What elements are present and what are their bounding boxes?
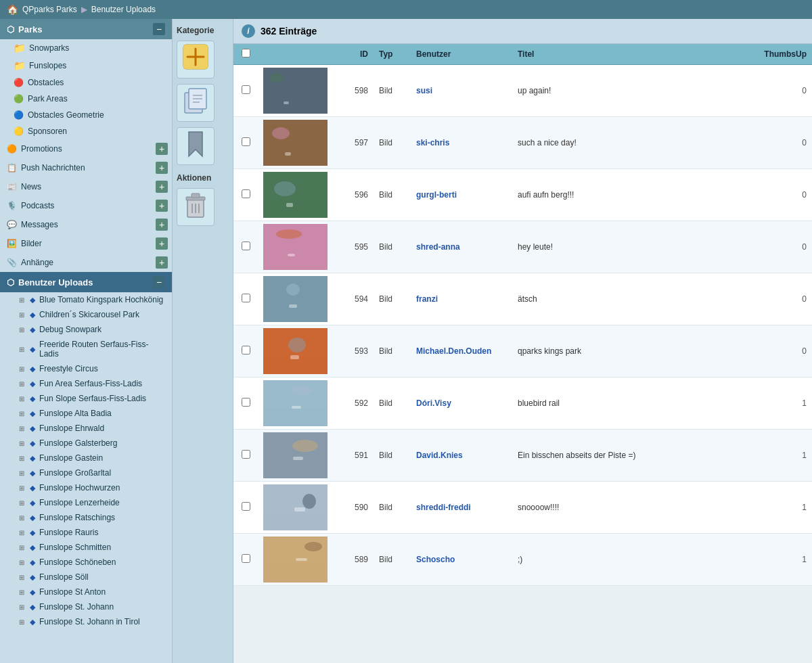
sidebar-sub-item[interactable]: ⊞ ◆ Funslope Söll [0, 570, 172, 585]
breadcrumb: Benutzer Uploads [91, 5, 156, 14]
sidebar-sub-item[interactable]: ⊞ ◆ Funslope Alta Badia [0, 406, 172, 421]
row-titel: ;) [512, 534, 758, 586]
copy-button[interactable] [177, 84, 215, 122]
row-checkbox[interactable] [242, 450, 250, 459]
add-icon [181, 42, 210, 77]
sidebar-sub-item[interactable]: ⊞ ◆ Funslope Hochwurzen [0, 480, 172, 495]
diamond-icon: ◆ [30, 618, 35, 626]
row-benutzer[interactable]: David.Knies [411, 430, 512, 482]
row-typ: Bild [374, 378, 411, 430]
expand-push-button[interactable]: + [156, 162, 168, 174]
diamond-icon: ◆ [30, 528, 35, 537]
sidebar-sub-item[interactable]: ⊞ ◆ Blue Tomato Kingspark Hochkönig [0, 292, 172, 307]
row-checkbox[interactable] [242, 398, 250, 407]
row-checkbox[interactable] [242, 346, 250, 355]
row-thumbsup: 0 [758, 65, 812, 117]
svg-point-46 [292, 440, 318, 452]
row-titel: ätsch [512, 273, 758, 325]
row-benutzer[interactable]: franzi [411, 273, 512, 325]
expand-podcasts-button[interactable]: + [156, 200, 168, 212]
row-checkbox[interactable] [242, 554, 250, 563]
row-titel: up again! [512, 65, 758, 117]
sidebar-item-anhaenge[interactable]: 📎 Anhänge + [0, 253, 172, 272]
delete-button[interactable] [177, 188, 215, 226]
sidebar-item-promotions[interactable]: 🟠 Promotions + [0, 139, 172, 158]
row-checkbox[interactable] [242, 242, 250, 250]
sidebar-item-bilder[interactable]: 🖼️ Bilder + [0, 234, 172, 253]
sidebar-sub-item[interactable]: ⊞ ◆ Freeride Routen Serfaus-Fiss-Ladis [0, 337, 172, 361]
sidebar-item-obstacles-geometrie[interactable]: 🔵 Obstacles Geometrie [0, 107, 172, 123]
thumbnail [263, 380, 328, 426]
row-checkbox[interactable] [242, 189, 250, 198]
bookmark-button[interactable] [177, 127, 215, 165]
row-benutzer[interactable]: shreddi-freddi [411, 482, 512, 534]
row-benutzer[interactable]: susi [411, 65, 512, 117]
sidebar-sub-item[interactable]: ⊞ ◆ Funslope Rauris [0, 525, 172, 540]
sidebar-sub-item[interactable]: ⊞ ◆ Fun Area Serfaus-Fiss-Ladis [0, 376, 172, 391]
sidebar-sub-item[interactable]: ⊞ ◆ Funslope Schmitten [0, 540, 172, 555]
sidebar-sub-item[interactable]: ⊞ ◆ Debug Snowpark [0, 322, 172, 337]
add-button[interactable] [177, 41, 215, 78]
col-header-benutzer: Benutzer [411, 44, 512, 65]
sidebar-sub-item[interactable]: ⊞ ◆ Funslope Schöneben [0, 555, 172, 570]
svg-rect-23 [285, 152, 291, 156]
sidebar-parks-label: Parks [18, 24, 42, 35]
expand-anhaenge-button[interactable]: + [156, 256, 168, 269]
svg-rect-27 [286, 203, 293, 207]
row-checkbox[interactable] [242, 137, 250, 146]
sidebar-sub-item[interactable]: ⊞ ◆ Funslope Gastein [0, 451, 172, 465]
row-checkbox-cell [233, 325, 258, 378]
diamond-icon: ◆ [30, 345, 35, 354]
svg-point-18 [270, 73, 284, 83]
sub-item-label: Funslope St Anton [39, 587, 106, 597]
expand-bilder-button[interactable]: + [156, 237, 168, 250]
home-icon[interactable]: 🏠 [7, 4, 18, 15]
sidebar-item-sponsoren[interactable]: 🟡 Sponsoren [0, 123, 172, 139]
sidebar-item-funslopes[interactable]: 📁 Funslopes [0, 57, 172, 74]
sidebar-sub-item[interactable]: ⊞ ◆ Funslope Großarltal [0, 465, 172, 480]
collapse-benutzer-uploads-button[interactable]: − [153, 276, 165, 288]
sidebar-parks-header[interactable]: ⬡ Parks − [0, 19, 172, 39]
row-benutzer[interactable]: gurgl-berti [411, 169, 512, 221]
sidebar-item-podcasts[interactable]: 🎙️ Podcasts + [0, 196, 172, 215]
sidebar-sub-item[interactable]: ⊞ ◆ Funslope Ratschings [0, 510, 172, 525]
sidebar-item-messages[interactable]: 💬 Messages + [0, 215, 172, 234]
select-all-checkbox[interactable] [242, 49, 250, 58]
expand-promotions-button[interactable]: + [156, 143, 168, 155]
sidebar-sub-item[interactable]: ⊞ ◆ Funslope Ehrwald [0, 421, 172, 436]
row-checkbox[interactable] [242, 502, 250, 511]
sidebar-item-park-areas[interactable]: 🟢 Park Areas [0, 91, 172, 107]
row-benutzer[interactable]: Dóri.Visy [411, 378, 512, 430]
sidebar-sub-item[interactable]: ⊞ ◆ Funslope Galsterberg [0, 436, 172, 451]
svg-point-22 [272, 127, 290, 139]
sidebar-sub-item[interactable]: ⊞ ◆ Funslope St. Johann in Tirol [0, 614, 172, 629]
diamond-icon: ◆ [30, 454, 35, 463]
sidebar-sub-item[interactable]: ⊞ ◆ Children´s Skicarousel Park [0, 307, 172, 322]
sidebar-item-obstacles[interactable]: 🔴 Obstacles [0, 74, 172, 91]
sidebar-sub-item-freestyle-circus[interactable]: ⊞ ◆ Freestyle Circus [0, 361, 172, 376]
sidebar-sub-item[interactable]: ⊞ ◆ Funslope St Anton [0, 585, 172, 599]
row-benutzer[interactable]: Schoscho [411, 534, 512, 586]
sidebar-item-label: Snowparks [29, 43, 69, 53]
row-benutzer[interactable]: ski-chris [411, 117, 512, 169]
collapse-parks-button[interactable]: − [153, 23, 165, 35]
expand-news-button[interactable]: + [156, 181, 168, 193]
expand-icon: ⊞ [19, 470, 24, 477]
sidebar-benutzer-uploads-header[interactable]: ⬡ Benutzer Uploads − [0, 272, 172, 292]
sidebar-sub-item[interactable]: ⊞ ◆ Fun Slope Serfaus-Fiss-Ladis [0, 391, 172, 406]
sidebar-item-push-nachrichten[interactable]: 📋 Push Nachrichten + [0, 158, 172, 177]
messages-icon: 💬 [7, 220, 17, 229]
sidebar-item-news[interactable]: 📰 News + [0, 177, 172, 196]
row-checkbox[interactable] [242, 294, 250, 302]
row-benutzer[interactable]: Michael.Den.Ouden [411, 325, 512, 378]
diamond-icon: ◆ [30, 311, 35, 319]
expand-messages-button[interactable]: + [156, 219, 168, 231]
sidebar-sub-item[interactable]: ⊞ ◆ Funslope St. Johann [0, 599, 172, 614]
row-checkbox[interactable] [242, 85, 250, 94]
row-benutzer[interactable]: shred-anna [411, 221, 512, 273]
row-id: 590 [333, 482, 374, 534]
expand-icon: ⊞ [19, 326, 24, 334]
sidebar-item-snowparks[interactable]: 📁 Snowparks [0, 39, 172, 57]
svg-point-38 [288, 338, 306, 352]
sidebar-sub-item[interactable]: ⊞ ◆ Funslope Lenzerheide [0, 495, 172, 510]
